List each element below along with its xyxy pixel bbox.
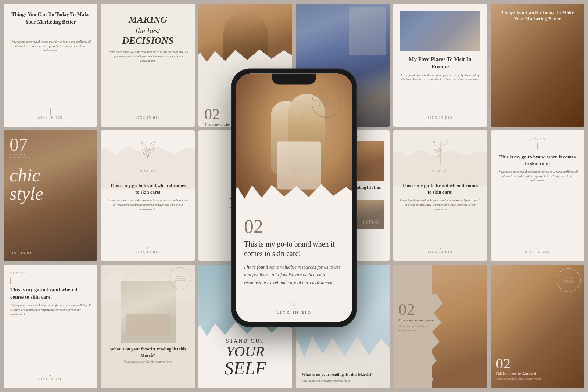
card-17-body: I have found some valuable resources for… [398,324,439,332]
card-8: HOW TO This is my go-to brand when it co… [101,130,195,261]
leaf-icon-right [427,138,453,167]
card-8-howto: HOW TO [140,169,156,173]
card-6-x: × [496,24,578,29]
card-8-body: I have found some valuable resources for… [108,198,188,212]
card-11-title: This is my go-to brand when it comes to … [400,182,480,195]
card-12-divider [537,143,538,149]
card-13-title: This is my go-to brand when it comes to … [10,286,91,301]
card-17: 02 This is my when comes I have found so… [393,265,487,388]
phone-link-area: × LINK IN BIO [244,302,344,314]
card-2: MAKINGthe bestDECISIONS I have found som… [101,4,195,127]
phone-stamp-text: CREATED WITH LOVE & PASSION BY SILVERSTR… [312,99,341,107]
phone-link-text: LINK IN BIO [244,310,344,314]
card-3-number: 02 [204,107,220,122]
fave-places-title: My Fave Places To Visit In Europe [400,56,480,70]
card-5-fave-places: My Fave Places To Visit In Europe I have… [393,4,487,127]
phone-text-area: 02 This is my go-to brand when it comes … [236,210,352,322]
card-2-divider [148,108,148,115]
fave-places-divider [440,108,440,115]
phone-headline: This is my go-to brand when it comes to … [244,240,344,259]
card-11-link: LINK IN BIO [428,250,452,253]
card-title: Things You Can Do Today To Make Your Mar… [10,11,91,25]
card-8-link: LINK IN BIO [136,250,160,253]
card-12: HOW TO This is my go-to brand when it co… [491,130,584,261]
phone-photo: CREATED WITH LOVE & PASSION BY SILVERSTR… [236,73,352,210]
card-13-x: × [10,374,91,378]
card-17-number: 02 [398,301,439,318]
card-16-title: What is on your reading list this March? [302,372,384,377]
card-6: Things You Can Do Today To Make Your Mar… [491,4,584,127]
card-2-body: I have found some valuable resources for… [108,50,188,63]
card-12-link: LINK IN BIO [525,250,550,253]
card-11-body: I have found some valuable resources for… [400,198,480,212]
card-13-divider [10,277,11,284]
phone-x-icon: × [244,302,344,308]
card-2-title: MAKINGthe bestDECISIONS [122,15,173,46]
card-13-howto: HOW TO [10,272,91,275]
card-14: CREATEDWITH LOVE& PASSION What is on you… [101,265,195,388]
phone-notch [272,73,316,84]
fave-places-body: I have found some valuable resources for… [400,73,480,82]
phone-mockup: CREATED WITH LOVE & PASSION BY SILVERSTR… [232,69,356,334]
card-17-title: This is my when comes [398,318,439,323]
leaf-icon [135,138,161,167]
card-divider-line [50,108,51,115]
card-13: HOW TO This is my go-to brand when it co… [4,265,97,388]
card-8-divider [148,174,148,181]
card-2-link: LINK IN BIO [136,116,160,119]
card-8-x: × [147,246,149,250]
card-12-title: This is my go-to brand when it comes to … [497,154,578,167]
card-11: HOW TO This is my go-to brand when it co… [393,130,487,261]
card-12-body: I have found some valuable resources for… [497,170,578,183]
card-18-number: 02 [496,356,579,371]
card-12-x: × [537,246,539,250]
card-12-howto: HOW TO [530,138,545,141]
card-7-handwriting: chic [10,166,92,184]
card-15-self: SELF [198,359,292,377]
card-6-title: Things You Can Do Today To Make Your Mar… [496,10,578,22]
card-8-title: This is my go-to brand when it comes to … [108,182,188,195]
card-16-body: I have found some valuable resources for… [302,379,384,383]
phone-stamp: CREATED WITH LOVE & PASSION BY SILVERSTR… [312,88,341,118]
card-11-x: × [439,246,441,250]
card-18: CREATEDWITH LOVE& PASSION 02 This is my … [491,265,584,388]
card-7-style: style [10,184,92,203]
card-18-body: I have found some valuable resources for… [496,377,579,381]
card-14-body: I have found some valuable resources for… [123,360,172,364]
card-7-link: LINK IN BIO [10,252,92,255]
card-11-divider [440,174,440,181]
card-7-small: TIPS FORTHE PERFECT [10,153,34,159]
phone-body: I have found some valuable resources for… [244,264,344,287]
card-7: 07 TIPS FORTHE PERFECT chic style LINK I… [4,130,97,261]
card-18-title: This is my go- to skin care! [496,371,579,376]
fave-places-link: LINK IN BIO [428,116,452,119]
card-7-number: 07 [10,136,34,153]
card-link: LINK IN BIO [38,116,63,119]
card-15-your: YOUR [198,344,292,359]
card-1: Things You Can Do Today To Make Your Mar… [4,4,97,127]
card-13-link: LINK IN BIO [10,378,91,381]
phone-number: 02 [244,217,344,237]
card-11-howto: HOW TO [432,169,448,173]
card-13-body: I have found some valuable resources for… [10,303,91,317]
card-14-title: What is on your favorite reading list th… [106,346,190,359]
card-body: I have found some valuable resources for… [10,40,91,53]
card-x: × [49,30,52,36]
